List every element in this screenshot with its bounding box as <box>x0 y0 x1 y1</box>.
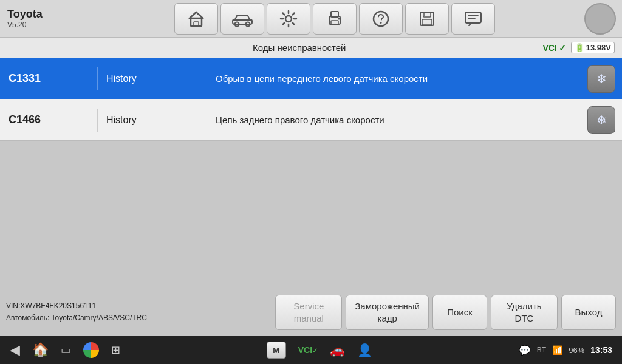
top-toolbar: Toyota V5.20 <box>0 0 622 38</box>
dtc-action-1: ❄ <box>586 65 622 93</box>
battery-value: 13.98V <box>586 43 611 52</box>
save-button[interactable] <box>405 3 449 35</box>
dtc-desc-2: Цепь заднего правого датчика скорости <box>207 109 586 131</box>
search-button[interactable]: Поиск <box>432 295 487 330</box>
page-title: Коды неисправностей <box>56 42 542 53</box>
status-right: VCI ✓ 🔋 13.98V <box>542 42 615 53</box>
chat-nav-icon: 💬 <box>519 345 531 356</box>
message-button[interactable] <box>451 3 495 35</box>
nav-right: 💬 BT 📶 96% 13:53 <box>519 345 612 356</box>
brand-name: Toyota <box>7 8 96 21</box>
settings-button[interactable] <box>267 3 310 35</box>
recents-icon[interactable]: ▭ <box>61 343 71 357</box>
wifi-icon: 📶 <box>552 345 562 355</box>
status-bar: Коды неисправностей VCI ✓ 🔋 13.98V <box>0 38 622 58</box>
vin-number: VIN:XW7BF4FK20S156111 <box>6 300 275 312</box>
home-button[interactable] <box>174 3 218 35</box>
delete-dtc-button[interactable]: УдалитьDTC <box>491 295 558 330</box>
toolbar-right <box>573 3 622 35</box>
frozen-frame-button[interactable]: Замороженныйкадр <box>346 295 429 330</box>
svg-point-13 <box>380 22 382 24</box>
nav-center: M VCI✓ 🚗 👤 <box>267 342 372 359</box>
car-button[interactable] <box>220 3 264 35</box>
svg-point-11 <box>338 18 340 19</box>
action-buttons: Servicemanual Замороженныйкадр Поиск Уда… <box>275 295 616 330</box>
dtc-code-2: C1466 <box>0 107 97 132</box>
toolbar-buttons <box>96 3 573 35</box>
avatar <box>584 3 616 35</box>
app-switcher-icon[interactable]: ⊞ <box>111 343 120 357</box>
dtc-action-2: ❄ <box>586 106 622 134</box>
brand-version: V5.20 <box>7 21 96 29</box>
brand-area: Toyota V5.20 <box>0 8 96 29</box>
vci-check-icon: ✓ <box>559 43 566 53</box>
print-button[interactable] <box>313 3 357 35</box>
svg-point-7 <box>285 16 292 22</box>
help-button[interactable] <box>359 3 403 35</box>
back-icon[interactable]: ◀ <box>10 342 20 358</box>
home-nav-icon[interactable]: 🏠 <box>32 342 49 358</box>
car-info: Автомобиль: Toyota/Camry/ABS/VSC/TRC <box>6 312 275 324</box>
battery-icon: 🔋 <box>575 43 584 52</box>
vci-badge: VCI ✓ <box>542 43 566 53</box>
user-nav-icon[interactable]: 👤 <box>357 343 372 357</box>
nav-left: ◀ 🏠 ▭ ⊞ <box>10 342 120 358</box>
dtc-table: C1331 History Обрыв в цепи переднего лев… <box>0 58 622 141</box>
system-time: 13:53 <box>590 345 612 355</box>
battery-badge: 🔋 13.98V <box>571 42 615 53</box>
vci-nav-label: VCI✓ <box>298 345 318 355</box>
bottom-bar: VIN:XW7BF4FK20S156111 Автомобиль: Toyota… <box>0 288 622 336</box>
dtc-status-1: History <box>97 67 207 90</box>
dtc-row-1[interactable]: C1331 History Обрыв в цепи переднего лев… <box>0 58 622 99</box>
service-manual-button[interactable]: Servicemanual <box>275 295 342 330</box>
dtc-row-2[interactable]: C1466 History Цепь заднего правого датчи… <box>0 99 622 141</box>
dtc-code-1: C1331 <box>0 66 97 91</box>
svg-rect-16 <box>422 19 432 25</box>
svg-rect-18 <box>465 12 481 23</box>
chrome-icon[interactable] <box>83 342 99 358</box>
freeze-button-2[interactable]: ❄ <box>587 106 615 134</box>
dtc-status-2: History <box>97 109 207 132</box>
bluetooth-icon: BT <box>537 346 546 354</box>
vin-info: VIN:XW7BF4FK20S156111 Автомобиль: Toyota… <box>6 300 275 323</box>
system-nav-bar: ◀ 🏠 ▭ ⊞ M VCI✓ 🚗 👤 💬 BT 📶 96% 13:53 <box>0 336 622 364</box>
battery-nav-value: 96% <box>569 346 584 355</box>
vci-label: VCI <box>542 43 556 53</box>
freeze-button-1[interactable]: ❄ <box>587 65 615 93</box>
dtc-desc-1: Обрыв в цепи переднего левого датчика ск… <box>207 67 586 90</box>
main-content: C1331 History Обрыв в цепи переднего лев… <box>0 58 622 288</box>
m-button[interactable]: M <box>267 342 286 359</box>
exit-button[interactable]: Выход <box>561 295 616 330</box>
car-nav-icon[interactable]: 🚗 <box>330 343 345 357</box>
